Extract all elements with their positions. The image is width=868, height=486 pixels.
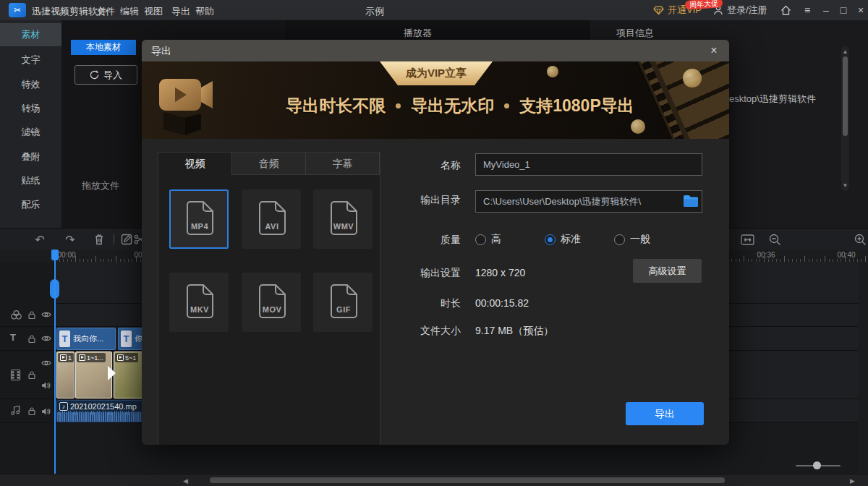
menu-export[interactable]: 导出 xyxy=(171,5,190,18)
quality-option-high[interactable]: 高 xyxy=(475,233,501,246)
coin-graphic xyxy=(547,66,558,77)
format-label: AVI xyxy=(242,222,302,231)
transition-marker[interactable] xyxy=(108,366,116,380)
quality-option-normal[interactable]: 一般 xyxy=(614,233,650,246)
zoom-in-button[interactable] xyxy=(852,232,868,247)
format-panel: 视频 音频 字幕 MP4 AVI WMV MKV MOV xyxy=(158,152,380,445)
coin-graphic xyxy=(683,69,702,88)
camera-graphic xyxy=(150,67,223,137)
format-tile-wmv[interactable]: WMV xyxy=(313,189,373,249)
video-clip-label: 1~1... xyxy=(87,354,103,362)
lock-icon[interactable] xyxy=(27,334,36,344)
format-tile-avi[interactable]: AVI xyxy=(242,189,301,249)
play-icon xyxy=(60,354,67,361)
advanced-settings-button[interactable]: 高级设置 xyxy=(633,259,702,283)
text-clip[interactable]: T 我向你... xyxy=(56,328,116,350)
text-clip-label: 我向你... xyxy=(73,333,103,344)
sidebar-item-music[interactable]: 配乐 xyxy=(0,193,61,216)
delete-button[interactable] xyxy=(91,232,107,247)
format-tile-mov[interactable]: MOV xyxy=(242,273,301,332)
eye-icon[interactable] xyxy=(41,359,51,367)
filesize-value: 9.17 MB（预估） xyxy=(475,325,553,338)
project-scrollbar[interactable]: ▲ ▼ xyxy=(841,46,849,191)
timeline-hscrollbar[interactable]: ◀ ▶ xyxy=(0,474,868,486)
speaker-icon[interactable] xyxy=(41,407,51,416)
dialog-close-icon[interactable]: × xyxy=(706,43,722,59)
speaker-icon[interactable] xyxy=(41,381,51,390)
radio-label: 高 xyxy=(491,233,501,246)
zoom-slider-handle[interactable] xyxy=(813,461,821,469)
sidebar-item-transition[interactable]: 转场 xyxy=(0,97,61,120)
radio-icon-checked[interactable] xyxy=(545,234,556,245)
close-button[interactable]: × xyxy=(852,0,868,20)
project-panel-title: 项目信息 xyxy=(616,27,654,40)
tab-audio[interactable]: 音频 xyxy=(232,153,306,175)
fit-timeline-button[interactable] xyxy=(739,232,755,247)
scrollbar-thumb[interactable] xyxy=(843,56,848,136)
menu-edit[interactable]: 编辑 xyxy=(120,5,139,18)
minimize-button[interactable]: – xyxy=(817,0,835,20)
video-clip[interactable]: 1 xyxy=(56,351,75,398)
playhead-handle[interactable] xyxy=(51,250,59,260)
overlay-track-header xyxy=(0,304,54,327)
sidebar-item-filter[interactable]: 滤镜 xyxy=(0,121,61,144)
quality-label: 质量 xyxy=(407,234,461,247)
export-confirm-button[interactable]: 导出 xyxy=(626,402,704,425)
menu-file[interactable]: 文件 xyxy=(96,5,115,18)
home-icon[interactable] xyxy=(777,0,794,20)
eye-icon[interactable] xyxy=(41,335,51,342)
name-input[interactable]: MyVideo_1 xyxy=(475,153,702,176)
sidebar-item-text[interactable]: 文字 xyxy=(0,48,61,72)
sidebar-item-media[interactable]: 素材 xyxy=(0,23,61,46)
radio-label: 标准 xyxy=(561,233,581,246)
output-dir-input[interactable]: C:\Users\User\Desktop\迅捷剪辑软件\ xyxy=(475,190,702,213)
maximize-button[interactable]: □ xyxy=(835,0,852,20)
redo-button[interactable]: ↷ xyxy=(62,232,78,247)
dropzone-hint: 拖放文件 xyxy=(82,179,119,192)
player-panel-title: 播放器 xyxy=(404,27,432,40)
tab-local-media[interactable]: 本地素材 xyxy=(71,40,136,55)
quality-option-standard[interactable]: 标准 xyxy=(545,233,581,246)
video-clip[interactable]: 1~1... xyxy=(75,351,112,398)
import-icon xyxy=(90,70,99,80)
music-note-icon: ♪ xyxy=(59,402,68,411)
eye-icon[interactable] xyxy=(41,311,51,318)
format-tile-mp4[interactable]: MP4 xyxy=(169,189,229,249)
radio-icon[interactable] xyxy=(475,234,486,245)
scrollbar-thumb[interactable] xyxy=(210,477,725,483)
sidebar-item-overlay[interactable]: 叠附 xyxy=(0,145,61,169)
audio-track-header xyxy=(0,399,54,423)
scroll-down-icon[interactable]: ▼ xyxy=(842,182,848,189)
format-tile-mkv[interactable]: MKV xyxy=(169,273,229,332)
lock-icon[interactable] xyxy=(27,310,36,320)
video-track-icon xyxy=(10,369,21,381)
lock-icon[interactable] xyxy=(27,406,36,416)
format-tile-gif[interactable]: GIF xyxy=(313,273,373,332)
format-label: MOV xyxy=(242,305,302,314)
menu-help[interactable]: 帮助 xyxy=(195,5,214,18)
sidebar-item-sticker[interactable]: 贴纸 xyxy=(0,169,61,192)
name-label: 名称 xyxy=(407,159,461,172)
project-path-text: esktop\迅捷剪辑软件 xyxy=(729,93,816,106)
zoom-out-button[interactable] xyxy=(767,232,783,247)
audio-clip-label: 202102021540.mp xyxy=(70,402,137,411)
browse-folder-icon[interactable] xyxy=(683,195,700,208)
coin-graphic xyxy=(631,119,645,134)
format-label: MP4 xyxy=(170,222,229,231)
sidebar-item-effects[interactable]: 特效 xyxy=(0,73,61,96)
scroll-up-icon[interactable]: ▲ xyxy=(842,48,848,55)
radio-icon[interactable] xyxy=(614,234,625,245)
hamburger-menu-icon[interactable]: ≡ xyxy=(799,0,816,20)
scroll-left-icon[interactable]: ◀ xyxy=(183,477,188,485)
tab-subtitle[interactable]: 字幕 xyxy=(306,153,380,175)
scroll-right-icon[interactable]: ▶ xyxy=(850,477,855,485)
text-track-icon: T xyxy=(10,332,16,343)
app-window: ✂ 迅捷视频剪辑软件 文件 编辑 视图 导出 帮助 示例 开通VIP 周年大促 … xyxy=(0,0,868,486)
import-button[interactable]: 导入 xyxy=(75,65,137,85)
track-headers: T xyxy=(0,262,54,474)
tab-video[interactable]: 视频 xyxy=(158,153,232,175)
playhead-grip[interactable] xyxy=(50,279,59,299)
lock-icon[interactable] xyxy=(27,370,36,380)
undo-button[interactable]: ↶ xyxy=(32,232,48,247)
menu-view[interactable]: 视图 xyxy=(144,5,163,18)
